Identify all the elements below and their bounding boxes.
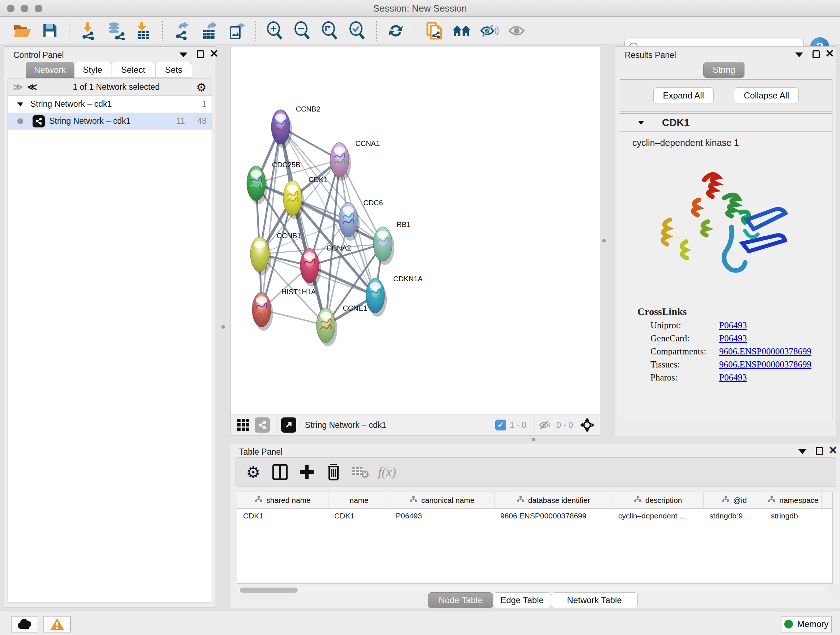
section-expander-icon[interactable] — [638, 120, 645, 126]
table-panel-float-icon[interactable] — [816, 447, 823, 455]
network-node-count: 11 — [177, 116, 185, 126]
memory-button[interactable]: Memory — [781, 616, 832, 632]
scrollbar-thumb[interactable] — [240, 587, 298, 593]
crosslink-link[interactable]: P06493 — [719, 333, 747, 344]
zoom-fit-icon[interactable] — [321, 21, 339, 40]
network-options-gear-icon[interactable]: ⚙ — [196, 80, 207, 94]
control-panel-close-icon[interactable]: ✕ — [210, 50, 218, 57]
birds-eye-grid-icon[interactable] — [236, 417, 251, 432]
crosslink-link[interactable]: 9606.ENSP00000378699 — [719, 359, 812, 370]
pan-crosshair-icon[interactable] — [579, 417, 595, 432]
function-builder-icon: f(x) — [377, 462, 397, 482]
node-label-cdc25b: CDC25B — [272, 161, 301, 169]
table-vertical-scrollbar[interactable] — [834, 492, 839, 584]
tab-select[interactable]: Select — [111, 62, 155, 78]
table-row[interactable]: CDK1CDK1P064939606.ENSP00000378699cyclin… — [237, 509, 832, 524]
clone-network-icon[interactable] — [425, 21, 444, 40]
table-cell[interactable]: 9606.ENSP00000378699 — [494, 509, 613, 524]
node-label-ccne1: CCNE1 — [343, 304, 367, 312]
expand-all-networks-icon[interactable]: ≪ — [27, 81, 36, 93]
results-panel-close-icon[interactable]: ✕ — [825, 50, 834, 57]
open-session-icon[interactable] — [13, 21, 32, 40]
export-network-icon[interactable] — [172, 21, 191, 40]
table-cell[interactable]: CDK1 — [237, 509, 328, 524]
warning-status-button[interactable] — [43, 616, 71, 632]
column-header-database-identifier[interactable]: database identifier — [494, 492, 613, 508]
table-cell[interactable]: stringdb:9... — [704, 509, 765, 524]
table-panel-tabs: Node Table Edge Table Network Table — [428, 592, 638, 608]
refresh-view-icon[interactable] — [386, 21, 405, 40]
table-cell[interactable]: stringdb — [765, 509, 821, 524]
table-cell[interactable]: CDK1 — [328, 509, 390, 524]
network-node-cdkn1a[interactable] — [366, 279, 387, 317]
table-cell[interactable]: cyclin–dependent ... — [613, 509, 704, 524]
tab-edge-table[interactable]: Edge Table — [493, 592, 551, 608]
column-header-description[interactable]: description — [613, 492, 704, 508]
node-section-header[interactable]: CDK1 — [620, 114, 832, 132]
column-header-canonical-name[interactable]: canonical name — [390, 492, 494, 508]
node-table[interactable]: shared namenamecanonical namedatabase id… — [237, 492, 833, 584]
network-node-cdc25b[interactable] — [247, 166, 268, 204]
collapse-all-button[interactable]: Collapse All — [734, 87, 799, 104]
left-splitter-handle[interactable] — [221, 325, 225, 329]
show-all-icon[interactable] — [507, 21, 526, 40]
detach-view-icon[interactable] — [281, 417, 296, 432]
first-neighbors-icon[interactable] — [452, 21, 471, 40]
table-cell[interactable]: P06493 — [390, 509, 494, 524]
tab-string-results[interactable]: String — [703, 62, 745, 78]
results-panel-float-icon[interactable] — [813, 50, 820, 58]
node-section-name: CDK1 — [662, 117, 690, 128]
collapse-all-networks-icon[interactable]: ≫ — [13, 81, 22, 93]
column-header-name[interactable]: name — [328, 492, 390, 508]
column-header-namespace[interactable]: namespace — [765, 492, 821, 508]
network-node-hist1h1a[interactable] — [252, 293, 273, 331]
network-node-ccna1[interactable] — [330, 142, 351, 181]
tab-node-table[interactable]: Node Table — [428, 592, 493, 608]
delete-column-icon[interactable] — [324, 462, 344, 482]
crosslink-link[interactable]: P06493 — [719, 372, 747, 383]
window-titlebar: Session: New Session — [0, 0, 840, 17]
control-panel-menu-icon[interactable] — [180, 52, 187, 57]
right-splitter-handle[interactable] — [602, 239, 606, 242]
show-columns-icon[interactable] — [270, 462, 290, 482]
tab-sets[interactable]: Sets — [155, 62, 192, 78]
network-node-cdc6[interactable] — [339, 203, 360, 241]
tab-network[interactable]: Network — [26, 62, 74, 78]
string-view-icon[interactable] — [255, 417, 270, 432]
tree-expander-icon[interactable] — [17, 101, 25, 107]
column-header-shared-name[interactable]: shared name — [237, 492, 328, 508]
crosslink-link[interactable]: P06493 — [719, 320, 747, 331]
results-panel-menu-icon[interactable] — [795, 52, 803, 57]
network-node-ccna2[interactable] — [300, 249, 321, 287]
zoom-selected-icon[interactable] — [348, 21, 367, 40]
table-panel-close-icon[interactable]: ✕ — [829, 447, 837, 454]
table-options-gear-icon[interactable]: ⚙ — [243, 462, 264, 482]
crosslink-link[interactable]: 9606.ENSP00000378699 — [719, 347, 812, 356]
network-graph[interactable]: CCNB2CCNA1CDC25BCDK1CDC6RB1CCNB1CCNA2CDK… — [231, 47, 600, 414]
column-header--id[interactable]: @id — [704, 492, 765, 508]
cloud-status-button[interactable] — [11, 616, 38, 632]
save-session-icon[interactable] — [41, 21, 59, 40]
table-panel-menu-icon[interactable] — [798, 449, 806, 454]
network-node-cdk1[interactable] — [283, 181, 304, 219]
zoom-out-icon[interactable] — [293, 21, 312, 40]
export-table-icon[interactable] — [200, 21, 218, 40]
network-canvas[interactable]: CCNB2CCNA1CDC25BCDK1CDC6RB1CCNB1CCNA2CDK… — [231, 47, 600, 415]
import-network-file-icon[interactable] — [79, 21, 98, 40]
bottom-splitter-handle[interactable] — [532, 438, 535, 441]
network-row[interactable]: String Network – cdk1 11 48 — [8, 112, 212, 130]
expand-all-button[interactable]: Expand All — [653, 87, 714, 104]
hide-selected-icon[interactable] — [480, 21, 499, 40]
zoom-in-icon[interactable] — [265, 21, 284, 40]
export-image-icon[interactable] — [227, 21, 246, 40]
import-network-database-icon[interactable] — [106, 21, 125, 40]
selected-items-checkbox-icon[interactable]: ✓ — [495, 420, 506, 431]
network-node-rb1[interactable] — [373, 226, 394, 265]
create-column-icon[interactable] — [297, 462, 317, 482]
network-collection-row[interactable]: String Network – cdk1 1 — [8, 96, 212, 112]
tab-style[interactable]: Style — [74, 62, 111, 78]
results-actions-box: Expand All Collapse All — [620, 79, 832, 112]
control-panel-float-icon[interactable] — [197, 50, 204, 58]
tab-network-table[interactable]: Network Table — [551, 592, 638, 608]
import-table-file-icon[interactable] — [134, 21, 153, 40]
